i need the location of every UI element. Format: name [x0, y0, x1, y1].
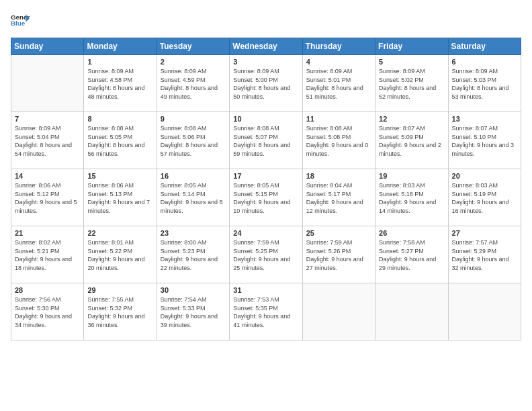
- calendar-day-cell: 23Sunrise: 8:00 AMSunset: 5:23 PMDayligh…: [157, 226, 229, 283]
- calendar-day-cell: 11Sunrise: 8:08 AMSunset: 5:08 PMDayligh…: [302, 112, 375, 169]
- day-number: 17: [233, 172, 298, 180]
- calendar-day-cell: 20Sunrise: 8:03 AMSunset: 5:19 PMDayligh…: [448, 169, 521, 226]
- day-info: Sunrise: 7:57 AMSunset: 5:29 PMDaylight:…: [452, 238, 517, 272]
- calendar-day-cell: 30Sunrise: 7:54 AMSunset: 5:33 PMDayligh…: [157, 283, 229, 340]
- calendar-day-cell: 27Sunrise: 7:57 AMSunset: 5:29 PMDayligh…: [448, 226, 521, 283]
- calendar-week-row: 21Sunrise: 8:02 AMSunset: 5:21 PMDayligh…: [11, 226, 521, 283]
- calendar-day-header: Wednesday: [230, 38, 302, 55]
- day-number: 5: [379, 58, 444, 66]
- day-number: 24: [233, 229, 298, 237]
- day-number: 7: [15, 115, 80, 123]
- calendar-day-cell: 26Sunrise: 7:58 AMSunset: 5:27 PMDayligh…: [375, 226, 448, 283]
- calendar-day-cell: 4Sunrise: 8:09 AMSunset: 5:01 PMDaylight…: [302, 55, 375, 112]
- calendar-day-header: Thursday: [302, 38, 375, 55]
- day-info: Sunrise: 7:55 AMSunset: 5:32 PMDaylight:…: [87, 295, 152, 329]
- calendar-day-cell: 25Sunrise: 7:59 AMSunset: 5:26 PMDayligh…: [302, 226, 375, 283]
- day-number: 18: [306, 172, 371, 180]
- calendar-day-cell: 19Sunrise: 8:03 AMSunset: 5:18 PMDayligh…: [375, 169, 448, 226]
- calendar-day-header: Monday: [84, 38, 157, 55]
- calendar-day-cell: 15Sunrise: 8:06 AMSunset: 5:13 PMDayligh…: [84, 169, 157, 226]
- calendar-day-cell: 16Sunrise: 8:05 AMSunset: 5:14 PMDayligh…: [157, 169, 229, 226]
- day-number: 23: [161, 229, 226, 237]
- day-number: 6: [452, 58, 517, 66]
- calendar-week-row: 14Sunrise: 8:06 AMSunset: 5:12 PMDayligh…: [11, 169, 521, 226]
- day-number: 12: [379, 115, 444, 123]
- calendar-week-row: 1Sunrise: 8:09 AMSunset: 4:58 PMDaylight…: [11, 55, 521, 112]
- calendar-day-cell: 5Sunrise: 8:09 AMSunset: 5:02 PMDaylight…: [375, 55, 448, 112]
- calendar-week-row: 28Sunrise: 7:56 AMSunset: 5:30 PMDayligh…: [11, 283, 521, 340]
- day-number: 27: [452, 229, 517, 237]
- day-number: 29: [87, 286, 152, 294]
- day-info: Sunrise: 7:53 AMSunset: 5:35 PMDaylight:…: [233, 295, 298, 329]
- day-number: 30: [161, 286, 226, 294]
- calendar-day-cell: 22Sunrise: 8:01 AMSunset: 5:22 PMDayligh…: [84, 226, 157, 283]
- day-number: 13: [452, 115, 517, 123]
- day-info: Sunrise: 7:59 AMSunset: 5:25 PMDaylight:…: [233, 238, 298, 272]
- day-info: Sunrise: 8:09 AMSunset: 5:02 PMDaylight:…: [379, 67, 444, 101]
- day-number: 4: [306, 58, 371, 66]
- day-info: Sunrise: 8:07 AMSunset: 5:09 PMDaylight:…: [379, 124, 444, 158]
- calendar-day-cell: 28Sunrise: 7:56 AMSunset: 5:30 PMDayligh…: [11, 283, 84, 340]
- day-info: Sunrise: 8:09 AMSunset: 5:01 PMDaylight:…: [306, 67, 371, 101]
- day-number: 21: [15, 229, 80, 237]
- day-info: Sunrise: 7:56 AMSunset: 5:30 PMDaylight:…: [15, 295, 80, 329]
- day-info: Sunrise: 8:08 AMSunset: 5:05 PMDaylight:…: [87, 124, 152, 158]
- day-number: 31: [233, 286, 298, 294]
- day-number: 8: [87, 115, 152, 123]
- calendar-day-cell: 9Sunrise: 8:08 AMSunset: 5:06 PMDaylight…: [157, 112, 229, 169]
- day-info: Sunrise: 8:09 AMSunset: 5:04 PMDaylight:…: [15, 124, 80, 158]
- day-info: Sunrise: 8:09 AMSunset: 4:58 PMDaylight:…: [87, 67, 152, 101]
- day-info: Sunrise: 8:04 AMSunset: 5:17 PMDaylight:…: [306, 181, 371, 215]
- calendar-day-cell: 10Sunrise: 8:08 AMSunset: 5:07 PMDayligh…: [230, 112, 302, 169]
- day-info: Sunrise: 8:09 AMSunset: 5:03 PMDaylight:…: [452, 67, 517, 101]
- day-info: Sunrise: 7:58 AMSunset: 5:27 PMDaylight:…: [379, 238, 444, 272]
- day-info: Sunrise: 8:03 AMSunset: 5:19 PMDaylight:…: [452, 181, 517, 215]
- calendar-day-cell: 21Sunrise: 8:02 AMSunset: 5:21 PMDayligh…: [11, 226, 84, 283]
- day-info: Sunrise: 8:09 AMSunset: 5:00 PMDaylight:…: [233, 67, 298, 101]
- calendar-day-cell: [375, 283, 448, 340]
- day-number: 28: [15, 286, 80, 294]
- day-number: 25: [306, 229, 371, 237]
- logo: General Blue: [11, 11, 32, 30]
- day-info: Sunrise: 8:06 AMSunset: 5:13 PMDaylight:…: [87, 181, 152, 215]
- calendar-day-cell: 2Sunrise: 8:09 AMSunset: 4:59 PMDaylight…: [157, 55, 229, 112]
- calendar-day-cell: 18Sunrise: 8:04 AMSunset: 5:17 PMDayligh…: [302, 169, 375, 226]
- day-info: Sunrise: 8:05 AMSunset: 5:15 PMDaylight:…: [233, 181, 298, 215]
- calendar-day-header: Tuesday: [157, 38, 229, 55]
- calendar-day-cell: [11, 55, 84, 112]
- day-info: Sunrise: 8:08 AMSunset: 5:06 PMDaylight:…: [161, 124, 226, 158]
- calendar-day-cell: 7Sunrise: 8:09 AMSunset: 5:04 PMDaylight…: [11, 112, 84, 169]
- calendar-day-cell: 8Sunrise: 8:08 AMSunset: 5:05 PMDaylight…: [84, 112, 157, 169]
- day-number: 11: [306, 115, 371, 123]
- day-info: Sunrise: 8:05 AMSunset: 5:14 PMDaylight:…: [161, 181, 226, 215]
- calendar-day-cell: 17Sunrise: 8:05 AMSunset: 5:15 PMDayligh…: [230, 169, 302, 226]
- calendar-header-row: SundayMondayTuesdayWednesdayThursdayFrid…: [11, 38, 521, 55]
- day-number: 15: [87, 172, 152, 180]
- calendar-day-cell: [448, 283, 521, 340]
- calendar-day-cell: 3Sunrise: 8:09 AMSunset: 5:00 PMDaylight…: [230, 55, 302, 112]
- day-number: 26: [379, 229, 444, 237]
- page-header: General Blue: [11, 11, 521, 30]
- calendar-day-cell: 13Sunrise: 8:07 AMSunset: 5:10 PMDayligh…: [448, 112, 521, 169]
- day-number: 2: [161, 58, 226, 66]
- svg-text:Blue: Blue: [11, 19, 26, 27]
- calendar-day-header: Saturday: [448, 38, 521, 55]
- calendar-week-row: 7Sunrise: 8:09 AMSunset: 5:04 PMDaylight…: [11, 112, 521, 169]
- day-number: 19: [379, 172, 444, 180]
- calendar-day-cell: 12Sunrise: 8:07 AMSunset: 5:09 PMDayligh…: [375, 112, 448, 169]
- calendar-day-header: Friday: [375, 38, 448, 55]
- day-info: Sunrise: 8:08 AMSunset: 5:07 PMDaylight:…: [233, 124, 298, 158]
- logo-icon: General Blue: [11, 11, 30, 30]
- day-info: Sunrise: 8:06 AMSunset: 5:12 PMDaylight:…: [15, 181, 80, 215]
- day-info: Sunrise: 8:09 AMSunset: 4:59 PMDaylight:…: [161, 67, 226, 101]
- day-info: Sunrise: 8:03 AMSunset: 5:18 PMDaylight:…: [379, 181, 444, 215]
- day-number: 16: [161, 172, 226, 180]
- day-info: Sunrise: 7:54 AMSunset: 5:33 PMDaylight:…: [161, 295, 226, 329]
- day-number: 20: [452, 172, 517, 180]
- calendar-day-cell: 24Sunrise: 7:59 AMSunset: 5:25 PMDayligh…: [230, 226, 302, 283]
- calendar-day-cell: 14Sunrise: 8:06 AMSunset: 5:12 PMDayligh…: [11, 169, 84, 226]
- day-info: Sunrise: 8:00 AMSunset: 5:23 PMDaylight:…: [161, 238, 226, 272]
- calendar-day-cell: 31Sunrise: 7:53 AMSunset: 5:35 PMDayligh…: [230, 283, 302, 340]
- day-number: 14: [15, 172, 80, 180]
- calendar-day-cell: 6Sunrise: 8:09 AMSunset: 5:03 PMDaylight…: [448, 55, 521, 112]
